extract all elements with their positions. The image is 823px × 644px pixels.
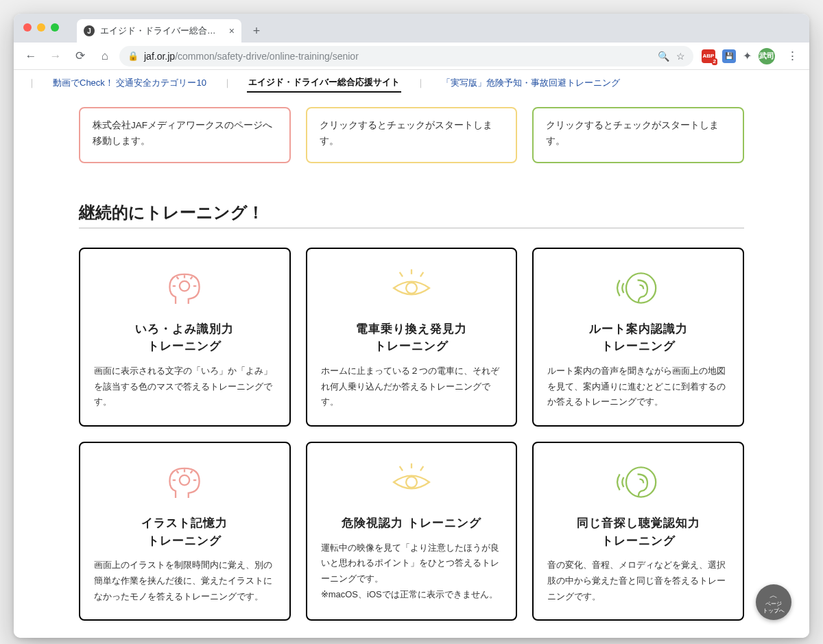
page-top-label-1: ページ bbox=[765, 601, 782, 608]
bookmark-icon[interactable]: ☆ bbox=[676, 51, 685, 62]
subnav-divider: ｜ bbox=[223, 77, 232, 89]
card-title: ルート案内認識力 トレーニング bbox=[589, 320, 688, 355]
url-path: /common/safety-drive/online-training/sen… bbox=[175, 51, 359, 62]
minimize-window-button[interactable] bbox=[37, 23, 45, 32]
tab-title: エイジド・ドライバー総合応援サ bbox=[100, 25, 224, 37]
forward-button[interactable]: → bbox=[45, 46, 66, 67]
training-row-1: いろ・よみ識別力 トレーニング 画面に表示される文字の「いろ」か「よみ」を該当す… bbox=[79, 248, 744, 427]
subnav-link-0[interactable]: 動画でCheck！ 交通安全カテゴリー10 bbox=[51, 74, 208, 92]
svg-point-5 bbox=[626, 273, 656, 302]
svg-line-10 bbox=[420, 466, 423, 470]
svg-point-6 bbox=[180, 475, 189, 485]
browser-menu-icon[interactable]: ⋮ bbox=[782, 46, 802, 67]
subnav-divider: ｜ bbox=[27, 77, 36, 89]
ear-icon bbox=[614, 261, 663, 315]
reload-button[interactable]: ⟳ bbox=[70, 46, 91, 67]
svg-point-1 bbox=[406, 283, 417, 294]
stub-text: クリックするとチェックがスタートします。 bbox=[546, 118, 730, 150]
svg-line-4 bbox=[420, 272, 423, 276]
adblock-extension-icon[interactable]: ABP bbox=[702, 49, 715, 63]
favicon-icon: J bbox=[84, 25, 95, 36]
top-stub-row: 株式会社JAFメディアワークスのページへ移動します。 クリックするとチェックがス… bbox=[79, 107, 744, 163]
extension-icons: ABP 💾 ✦ 武司 ⋮ bbox=[702, 46, 802, 67]
brain-lightbulb-icon bbox=[160, 455, 209, 509]
page-viewport: 株式会社JAFメディアワークスのページへ移動します。 クリックするとチェックがス… bbox=[14, 96, 809, 638]
stub-text: クリックするとチェックがスタートします。 bbox=[320, 118, 504, 150]
training-card-hazard-visual[interactable]: 危険視認力 トレーニング 運転中の映像を見て「より注意したほうが良いと思われるポ… bbox=[306, 442, 518, 621]
card-title: いろ・よみ識別力 トレーニング bbox=[135, 320, 234, 355]
brain-lightbulb-icon bbox=[160, 261, 209, 315]
section-underline bbox=[79, 228, 744, 228]
titlebar: J エイジド・ドライバー総合応援サ × + bbox=[14, 14, 809, 43]
training-row-2: イラスト記憶力 トレーニング 画面上のイラストを制限時間内に覚え、別の簡単な作業… bbox=[79, 442, 744, 621]
card-desc: 運転中の映像を見て「より注意したほうが良いと思われるポイント」をひとつ答えるトレ… bbox=[321, 540, 503, 603]
stub-card-red[interactable]: 株式会社JAFメディアワークスのページへ移動します。 bbox=[79, 107, 291, 163]
svg-point-0 bbox=[180, 281, 189, 291]
page-content: 株式会社JAFメディアワークスのページへ移動します。 クリックするとチェックがス… bbox=[79, 96, 744, 638]
page-subnav: ｜ 動画でCheck！ 交通安全カテゴリー10 ｜ エイジド・ドライバー総合応援… bbox=[14, 70, 809, 96]
browser-tab[interactable]: J エイジド・ドライバー総合応援サ × bbox=[77, 19, 241, 43]
new-tab-button[interactable]: + bbox=[247, 21, 266, 40]
card-title: 危険視認力 トレーニング bbox=[342, 514, 481, 532]
browser-window: J エイジド・ドライバー総合応援サ × + ← → ⟳ ⌂ 🔒 jaf.or.j… bbox=[14, 14, 809, 638]
svg-point-7 bbox=[406, 477, 417, 488]
url-text: jaf.or.jp/common/safety-drive/online-tra… bbox=[144, 51, 359, 62]
card-desc: 画面に表示される文字の「いろ」か「よみ」を該当する色のマスで答えるトレーニングで… bbox=[94, 363, 276, 410]
url-host: jaf.or.jp bbox=[144, 51, 175, 62]
stub-text: 株式会社JAFメディアワークスのページへ移動します。 bbox=[93, 118, 277, 150]
maximize-window-button[interactable] bbox=[51, 23, 59, 32]
card-desc: 音の変化、音程、メロディなどを覚え、選択肢の中から覚えた音と同じ音を答えるトレー… bbox=[547, 558, 729, 604]
training-card-train-transfer[interactable]: 電車乗り換え発見力 トレーニング ホームに止まっている２つの電車に、それぞれ何人… bbox=[306, 248, 518, 427]
card-desc: ルート案内の音声を聞きながら画面上の地図を見て、案内通りに進むとどこに到着するの… bbox=[547, 363, 729, 410]
card-title: 電車乗り換え発見力 トレーニング bbox=[356, 320, 467, 355]
window-controls bbox=[23, 23, 59, 32]
eye-icon bbox=[387, 261, 436, 315]
chevron-up-icon: ︿ bbox=[770, 591, 778, 600]
eye-icon bbox=[387, 455, 436, 509]
home-button[interactable]: ⌂ bbox=[95, 46, 115, 67]
stub-card-yellow[interactable]: クリックするとチェックがスタートします。 bbox=[306, 107, 518, 163]
page-top-label-2: トップへ bbox=[763, 608, 785, 615]
subnav-link-2[interactable]: 「実写版」危険予知・事故回避トレーニング bbox=[440, 74, 621, 92]
svg-line-3 bbox=[400, 272, 403, 276]
svg-line-9 bbox=[400, 466, 403, 470]
tab-close-icon[interactable]: × bbox=[229, 25, 235, 36]
subnav-divider: ｜ bbox=[416, 77, 425, 89]
card-desc: ホームに止まっている２つの電車に、それぞれ何人乗り込んだか答えるトレーニングです… bbox=[321, 363, 503, 410]
section-heading: 継続的にトレーニング！ bbox=[79, 202, 744, 224]
extensions-menu-icon[interactable]: ✦ bbox=[743, 49, 752, 62]
card-title: イラスト記憶力 トレーニング bbox=[141, 514, 228, 549]
ear-icon bbox=[614, 455, 663, 509]
toolbar: ← → ⟳ ⌂ 🔒 jaf.or.jp/common/safety-drive/… bbox=[14, 43, 809, 70]
profile-avatar[interactable]: 武司 bbox=[759, 48, 775, 64]
page-top-button[interactable]: ︿ ページ トップへ bbox=[756, 584, 791, 620]
lock-icon: 🔒 bbox=[128, 51, 139, 61]
svg-point-11 bbox=[626, 468, 656, 497]
card-title: 同じ音探し聴覚認知力 トレーニング bbox=[577, 514, 700, 549]
save-extension-icon[interactable]: 💾 bbox=[722, 49, 736, 63]
training-card-same-sound[interactable]: 同じ音探し聴覚認知力 トレーニング 音の変化、音程、メロディなどを覚え、選択肢の… bbox=[532, 442, 744, 621]
omnibox-right: 🔍 ☆ bbox=[658, 51, 685, 62]
subnav-link-1[interactable]: エイジド・ドライバー総合応援サイト bbox=[247, 73, 401, 93]
training-card-illust-memory[interactable]: イラスト記憶力 トレーニング 画面上のイラストを制限時間内に覚え、別の簡単な作業… bbox=[79, 442, 291, 621]
close-window-button[interactable] bbox=[23, 23, 32, 32]
back-button[interactable]: ← bbox=[21, 46, 41, 67]
training-card-route-guidance[interactable]: ルート案内認識力 トレーニング ルート案内の音声を聞きながら画面上の地図を見て、… bbox=[532, 248, 744, 427]
search-icon[interactable]: 🔍 bbox=[658, 51, 669, 62]
stub-card-green[interactable]: クリックするとチェックがスタートします。 bbox=[532, 107, 744, 163]
address-bar[interactable]: 🔒 jaf.or.jp/common/safety-drive/online-t… bbox=[119, 46, 693, 67]
card-desc: 画面上のイラストを制限時間内に覚え、別の簡単な作業を挟んだ後に、覚えたイラストに… bbox=[94, 558, 276, 604]
training-card-iro-yomi[interactable]: いろ・よみ識別力 トレーニング 画面に表示される文字の「いろ」か「よみ」を該当す… bbox=[79, 248, 291, 427]
